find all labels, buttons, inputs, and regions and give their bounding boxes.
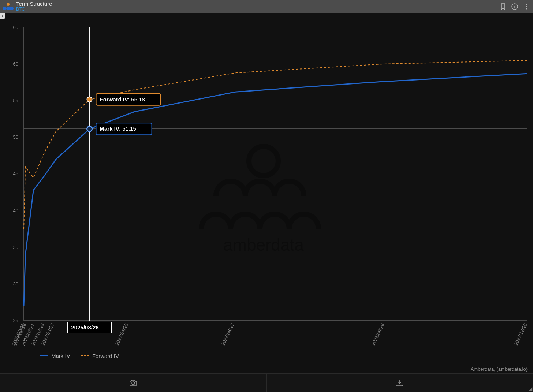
footer-toolbar bbox=[0, 373, 533, 392]
svg-text:45: 45 bbox=[13, 171, 18, 176]
chart-area[interactable]: 65 60 55 50 45 40 35 30 25 2025/02/15 20… bbox=[0, 20, 533, 350]
legend-forward-iv[interactable]: Forward IV bbox=[81, 353, 119, 359]
svg-text:35: 35 bbox=[13, 244, 18, 250]
mark-iv-tooltip: Mark IV: 51.15 bbox=[96, 123, 152, 135]
more-icon[interactable] bbox=[523, 3, 530, 10]
y-axis: 65 60 55 50 45 40 35 30 25 bbox=[13, 25, 18, 323]
legend-forward-label: Forward IV bbox=[92, 353, 119, 359]
legend-mark-label: Mark IV bbox=[51, 353, 70, 359]
bookmark-icon[interactable] bbox=[499, 3, 507, 10]
panel-title: Term Structure bbox=[16, 1, 52, 7]
legend-mark-iv[interactable]: Mark IV bbox=[40, 353, 70, 359]
svg-text:2025/06/27: 2025/06/27 bbox=[220, 322, 235, 346]
legend-swatch-solid bbox=[40, 355, 48, 356]
svg-text:2025/04/25: 2025/04/25 bbox=[114, 322, 129, 346]
svg-text:2025/03/28: 2025/03/28 bbox=[71, 324, 99, 331]
mark-iv-series bbox=[24, 74, 527, 306]
panel-header: Term Structure BTC bbox=[0, 0, 533, 13]
panel-subtitle: BTC bbox=[16, 7, 52, 12]
legend: Mark IV Forward IV bbox=[0, 351, 533, 361]
svg-text:Forward IV: 55.18: Forward IV: 55.18 bbox=[100, 96, 145, 102]
credit-text: Amberdata, (amberdata.io) bbox=[471, 366, 528, 372]
camera-icon bbox=[129, 380, 137, 386]
screenshot-button[interactable] bbox=[0, 374, 266, 392]
download-button[interactable] bbox=[266, 374, 533, 392]
svg-text:2025/12/26: 2025/12/26 bbox=[513, 322, 528, 346]
svg-point-1 bbox=[3, 7, 6, 10]
svg-text:55: 55 bbox=[13, 98, 18, 103]
resize-grip[interactable]: ◢ bbox=[529, 386, 532, 391]
svg-point-38 bbox=[132, 382, 135, 385]
info-icon[interactable] bbox=[511, 3, 518, 10]
svg-point-8 bbox=[526, 6, 527, 7]
svg-text:2025/09/26: 2025/09/26 bbox=[370, 322, 385, 346]
svg-text:50: 50 bbox=[13, 134, 18, 140]
svg-text:25: 25 bbox=[13, 318, 18, 323]
forward-iv-point bbox=[87, 97, 92, 102]
expand-handle[interactable]: › bbox=[0, 13, 5, 19]
forward-iv-series bbox=[24, 60, 527, 229]
svg-text:Mark IV: 51.15: Mark IV: 51.15 bbox=[100, 126, 136, 132]
mark-iv-point bbox=[87, 126, 92, 131]
svg-text:40: 40 bbox=[13, 208, 18, 213]
brand-logo bbox=[0, 0, 16, 13]
svg-point-9 bbox=[526, 8, 527, 9]
svg-point-3 bbox=[10, 7, 14, 10]
date-tooltip: 2025/03/28 bbox=[68, 322, 112, 333]
svg-point-0 bbox=[7, 3, 10, 6]
forward-iv-tooltip: Forward IV: 55.18 bbox=[96, 94, 161, 105]
svg-text:65: 65 bbox=[13, 25, 18, 30]
svg-text:60: 60 bbox=[13, 61, 18, 67]
svg-point-7 bbox=[526, 4, 527, 5]
svg-text:30: 30 bbox=[13, 281, 18, 287]
download-icon bbox=[396, 380, 403, 386]
svg-point-2 bbox=[6, 7, 10, 10]
legend-swatch-dash bbox=[81, 355, 89, 356]
